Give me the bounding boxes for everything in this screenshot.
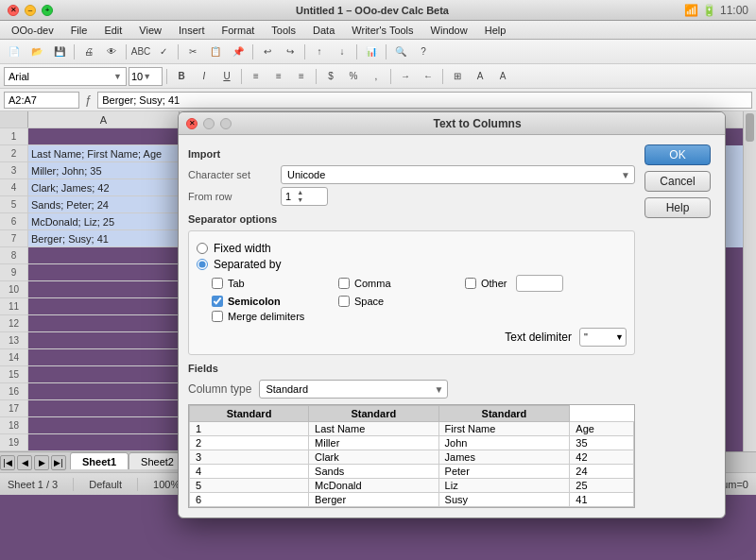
spinner-down[interactable]: ▼ xyxy=(297,196,303,204)
spellcheck2-btn[interactable]: ✓ xyxy=(153,42,174,61)
font-size-selector[interactable]: 10 ▼ xyxy=(129,67,163,86)
sort-desc-btn[interactable]: ↓ xyxy=(332,42,352,61)
close-button[interactable]: ✕ xyxy=(8,5,19,16)
grid-cell[interactable] xyxy=(28,247,180,264)
tab-checkbox[interactable] xyxy=(212,278,223,289)
sort-asc-btn[interactable]: ↑ xyxy=(309,42,330,61)
help-button[interactable]: Help xyxy=(644,197,711,218)
zoom-in-btn[interactable]: 🔍 xyxy=(390,42,411,61)
menu-format[interactable]: Format xyxy=(215,23,263,38)
merge-delimiters-checkbox[interactable] xyxy=(212,311,223,322)
decrease-indent-btn[interactable]: ← xyxy=(418,67,438,86)
menu-insert[interactable]: Insert xyxy=(171,23,213,38)
tab-scroll-left2[interactable]: ◀ xyxy=(17,455,32,470)
text-delimiter-select[interactable]: " ▼ xyxy=(579,328,627,347)
grid-cell[interactable]: McDonald; Liz; 25 xyxy=(28,213,180,230)
maximize-button[interactable]: + xyxy=(42,5,53,16)
grid-cell[interactable]: Berger; Susy; 41 xyxy=(28,230,180,247)
space-checkbox[interactable] xyxy=(338,296,350,307)
separated-by-radio[interactable] xyxy=(197,259,208,270)
grid-cell[interactable] xyxy=(28,128,180,145)
grid-cell[interactable]: Last Name; First Name; Age xyxy=(28,145,180,162)
vertical-scrollbar[interactable] xyxy=(743,111,756,451)
align-center-btn[interactable]: ≡ xyxy=(268,67,289,86)
grid-cell[interactable] xyxy=(28,298,180,315)
tab-scroll-left[interactable]: |◀ xyxy=(0,455,15,470)
percent-btn[interactable]: % xyxy=(343,67,364,86)
cancel-button[interactable]: Cancel xyxy=(644,171,711,192)
menu-file[interactable]: File xyxy=(63,23,95,38)
grid-cell[interactable] xyxy=(28,264,180,281)
italic-btn[interactable]: I xyxy=(194,67,215,86)
ok-button[interactable]: OK xyxy=(644,144,711,165)
paste-btn[interactable]: 📌 xyxy=(228,42,249,61)
cut-btn[interactable]: ✂ xyxy=(182,42,203,61)
bold-btn[interactable]: B xyxy=(171,67,192,86)
grid-cell[interactable] xyxy=(28,383,180,400)
help-btn[interactable]: ? xyxy=(413,42,434,61)
underline-btn[interactable]: U xyxy=(216,67,237,86)
menu-view[interactable]: View xyxy=(131,23,169,38)
grid-cell[interactable] xyxy=(28,417,180,434)
other-checkbox[interactable] xyxy=(465,278,476,289)
tab-scroll-right2[interactable]: ▶| xyxy=(51,455,66,470)
grid-cell[interactable] xyxy=(28,434,180,451)
grid-cell[interactable] xyxy=(28,315,180,332)
menu-tools[interactable]: Tools xyxy=(264,23,303,38)
dialog-close-btn[interactable]: ✕ xyxy=(186,118,198,129)
currency-btn[interactable]: $ xyxy=(320,67,341,86)
menu-data[interactable]: Data xyxy=(305,23,342,38)
new-btn[interactable]: 📄 xyxy=(4,42,25,61)
save-btn[interactable]: 💾 xyxy=(49,42,70,61)
preview-btn[interactable]: 👁 xyxy=(101,42,122,61)
fill-color-btn[interactable]: A xyxy=(470,67,490,86)
copy-btn[interactable]: 📋 xyxy=(205,42,226,61)
align-left-btn[interactable]: ≡ xyxy=(246,67,266,86)
font-color-btn[interactable]: A xyxy=(492,67,513,86)
undo-btn[interactable]: ↩ xyxy=(257,42,278,61)
grid-cell[interactable] xyxy=(28,349,180,366)
column-type-label: Column type xyxy=(188,382,251,396)
other-input[interactable] xyxy=(516,275,563,292)
borders-btn[interactable]: ⊞ xyxy=(447,67,468,86)
comma-checkbox[interactable] xyxy=(338,278,350,289)
comma-style-btn[interactable]: , xyxy=(366,67,387,86)
grid-cell[interactable] xyxy=(28,281,180,298)
tab-scroll-right[interactable]: ▶ xyxy=(34,455,49,470)
sheet-tab-1[interactable]: Sheet1 xyxy=(70,452,129,469)
grid-cell[interactable]: Clark; James; 42 xyxy=(28,179,180,196)
cell-reference[interactable]: A2:A7 xyxy=(4,92,79,109)
increase-indent-btn[interactable]: → xyxy=(395,67,416,86)
spellcheck-btn[interactable]: ABC xyxy=(130,42,151,61)
grid-cell[interactable]: Sands; Peter; 24 xyxy=(28,196,180,213)
row-number: 8 xyxy=(0,247,28,264)
scrollbar-thumb-v[interactable] xyxy=(746,113,754,142)
preview-table-container[interactable]: Standard Standard Standard 1Last NameFir… xyxy=(188,404,635,508)
grid-cell[interactable] xyxy=(28,400,180,417)
menu-edit[interactable]: Edit xyxy=(96,23,129,38)
redo-btn[interactable]: ↪ xyxy=(280,42,301,61)
column-type-select[interactable]: Standard ▼ xyxy=(259,380,448,399)
formula-input[interactable]: Berger; Susy; 41 xyxy=(97,92,752,109)
col-header-a[interactable]: A xyxy=(28,111,180,127)
fixed-width-radio[interactable] xyxy=(197,243,208,254)
menu-ooodev[interactable]: OOo-dev xyxy=(4,23,61,38)
grid-cell[interactable]: Miller; John; 35 xyxy=(28,162,180,179)
minimize-button[interactable]: – xyxy=(25,5,36,16)
open-btn[interactable]: 📂 xyxy=(26,42,47,61)
menu-writers-tools[interactable]: Writer's Tools xyxy=(344,23,421,38)
font-selector[interactable]: Arial ▼ xyxy=(4,67,127,86)
print-btn[interactable]: 🖨 xyxy=(78,42,99,61)
grid-cell[interactable] xyxy=(28,366,180,383)
menu-help[interactable]: Help xyxy=(477,23,514,38)
fromrow-spinner[interactable]: 1 ▲ ▼ xyxy=(281,187,328,206)
dialog-min-btn[interactable] xyxy=(203,118,215,129)
menu-window[interactable]: Window xyxy=(423,23,475,38)
align-right-btn[interactable]: ≡ xyxy=(291,67,312,86)
chart-btn[interactable]: 📊 xyxy=(361,42,382,61)
grid-cell[interactable] xyxy=(28,332,180,349)
semicolon-checkbox[interactable] xyxy=(212,296,223,307)
charset-select[interactable]: Unicode ▼ xyxy=(281,165,635,184)
dialog-max-btn[interactable] xyxy=(220,118,232,129)
spinner-up[interactable]: ▲ xyxy=(297,189,303,196)
